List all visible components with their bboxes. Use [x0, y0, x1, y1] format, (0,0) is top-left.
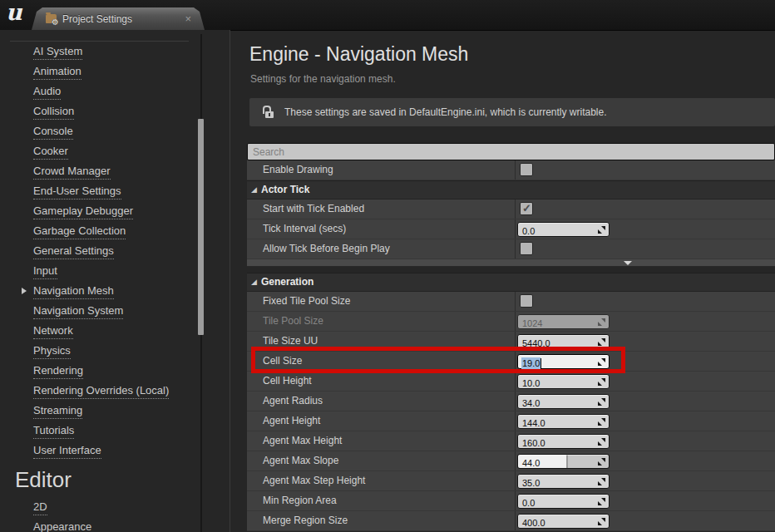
property-label: Allow Tick Before Begin Play	[263, 239, 390, 259]
value-drag-icon[interactable]	[598, 458, 605, 466]
category-label: Actor Tick	[261, 181, 309, 199]
field-value: 35.0	[518, 476, 540, 490]
config-file-notice: These settings are saved in DefaultEngin…	[249, 98, 775, 126]
property-label: Start with Tick Enabled	[263, 200, 364, 219]
value-drag-icon[interactable]	[598, 498, 605, 505]
property-label: Fixed Tile Pool Size	[263, 292, 350, 311]
tab-close-icon[interactable]: ×	[185, 13, 191, 24]
property-value-cell: 35.0	[515, 471, 775, 490]
collapse-arrow-icon[interactable]	[251, 273, 257, 290]
property-value-cell: 400.0	[515, 511, 775, 530]
property-value-cell	[515, 200, 775, 219]
field-value: 160.0	[518, 436, 545, 450]
number-field-agent-max-step-height[interactable]: 35.0	[517, 474, 610, 489]
property-row-fixed-tile-pool-size: Fixed Tile Pool Size	[247, 292, 775, 312]
property-label: Enable Drawing	[263, 160, 333, 180]
project-settings-window: u Project Settings × AI SystemAnimationA…	[0, 0, 775, 532]
annotation-highlight-box	[251, 347, 625, 373]
number-field-tile-pool-size: 1024	[517, 314, 610, 329]
checkbox-enable-drawing[interactable]	[520, 163, 533, 176]
value-drag-icon	[598, 318, 605, 326]
sidebar-item-gameplay-debugger[interactable]: Gameplay Debugger	[0, 201, 198, 221]
value-drag-icon[interactable]	[598, 378, 605, 386]
sidebar-item-ai-system[interactable]: AI System	[0, 42, 198, 62]
number-field-cell-height[interactable]: 10.0	[517, 374, 610, 389]
number-field-agent-max-height[interactable]: 160.0	[517, 434, 610, 449]
field-value: 34.0	[518, 397, 540, 410]
number-field-merge-region-size[interactable]: 400.0	[517, 514, 610, 529]
sidebar-item-rendering[interactable]: Rendering	[0, 361, 198, 381]
sidebar-item-user-interface[interactable]: User Interface	[0, 441, 198, 461]
sidebar-item-physics[interactable]: Physics	[0, 341, 198, 361]
category-label: Generation	[261, 273, 313, 291]
value-drag-icon[interactable]	[598, 438, 605, 446]
value-drag-icon[interactable]	[598, 478, 605, 485]
sidebar-item-input[interactable]: Input	[0, 261, 198, 281]
property-label: Agent Max Height	[263, 431, 342, 451]
sidebar-item-streaming[interactable]: Streaming	[0, 401, 198, 421]
value-drag-icon[interactable]	[598, 398, 605, 406]
sidebar-item-console[interactable]: Console	[0, 121, 198, 141]
number-field-tick-interval-secs[interactable]: 0.0	[517, 222, 610, 237]
sidebar-item-collision[interactable]: Collision	[0, 101, 198, 121]
property-label: Agent Radius	[263, 392, 323, 411]
sidebar-scrollbar-thumb[interactable]	[198, 119, 204, 335]
sidebar-item-appearance[interactable]: Appearance	[0, 517, 198, 532]
notice-text: These settings are saved in DefaultEngin…	[284, 106, 607, 118]
section-gap	[247, 267, 775, 273]
value-drag-icon[interactable]	[598, 226, 605, 234]
sidebar-item-rendering-overrides-local[interactable]: Rendering Overrides (Local)	[0, 381, 198, 401]
property-row-start-with-tick-enabled: Start with Tick Enabled	[247, 200, 775, 219]
sidebar-item-2d[interactable]: 2D	[0, 497, 198, 517]
sidebar-section-editor: Editor	[0, 461, 198, 497]
show-advanced-bar[interactable]	[247, 259, 775, 267]
checkbox-fixed-tile-pool-size[interactable]	[520, 294, 533, 308]
sidebar-item-tutorials[interactable]: Tutorials	[0, 421, 198, 441]
category-row-generation[interactable]: Generation	[247, 273, 775, 292]
number-field-agent-max-slope[interactable]: 44.0	[517, 454, 610, 469]
sidebar-item-crowd-manager[interactable]: Crowd Manager	[0, 161, 198, 181]
property-value-cell	[515, 160, 775, 180]
collapse-arrow-icon[interactable]	[251, 181, 257, 198]
category-row-actor-tick[interactable]: Actor Tick	[247, 180, 775, 200]
property-label: Min Region Area	[263, 491, 337, 510]
sidebar-engine-list: AI SystemAnimationAudioCollisionConsoleC…	[0, 42, 198, 532]
value-drag-icon[interactable]	[598, 518, 605, 525]
settings-sidebar: AI SystemAnimationAudioCollisionConsoleC…	[0, 30, 230, 532]
sidebar-item-navigation-mesh[interactable]: Navigation Mesh	[0, 281, 198, 301]
field-value: 400.0	[518, 516, 545, 530]
property-value-cell: 144.0	[515, 411, 775, 431]
search-input[interactable]	[247, 143, 775, 160]
sidebar-item-end-user-settings[interactable]: End-User Settings	[0, 181, 198, 201]
checkbox-start-with-tick-enabled[interactable]	[520, 202, 533, 215]
project-settings-icon	[46, 14, 57, 23]
sidebar-item-network[interactable]: Network	[0, 321, 198, 341]
property-value-cell: 0.0	[515, 219, 775, 239]
sidebar-item-audio[interactable]: Audio	[0, 81, 198, 101]
property-value-cell: 160.0	[515, 431, 775, 451]
tab-project-settings[interactable]: Project Settings ×	[32, 7, 205, 30]
field-value: 10.0	[518, 377, 540, 390]
property-value-cell: 44.0	[515, 451, 775, 470]
value-drag-icon[interactable]	[598, 338, 605, 346]
value-drag-icon[interactable]	[598, 418, 605, 426]
checkbox-allow-tick-before-begin-play[interactable]	[520, 242, 533, 255]
property-label: Agent Max Slope	[263, 451, 338, 470]
sidebar-item-animation[interactable]: Animation	[0, 62, 198, 81]
property-row-tile-pool-size: Tile Pool Size1024	[247, 312, 775, 332]
sidebar-item-garbage-collection[interactable]: Garbage Collection	[0, 221, 198, 241]
number-field-agent-radius[interactable]: 34.0	[517, 394, 610, 409]
property-row-min-region-area: Min Region Area0.0	[247, 491, 775, 511]
property-row-allow-tick-before-begin-play: Allow Tick Before Begin Play	[247, 239, 775, 259]
page-subtitle: Settings for the navigation mesh.	[250, 73, 396, 85]
number-field-min-region-area[interactable]: 0.0	[517, 494, 610, 509]
sidebar-item-cooker[interactable]: Cooker	[0, 141, 198, 161]
number-field-agent-height[interactable]: 144.0	[517, 414, 610, 429]
sidebar-item-general-settings[interactable]: General Settings	[0, 241, 198, 261]
property-label: Agent Max Step Height	[263, 471, 365, 490]
property-label: Cell Height	[263, 372, 312, 391]
property-row-agent-max-height: Agent Max Height160.0	[247, 431, 775, 451]
panel-separator	[230, 30, 230, 532]
sidebar-item-navigation-system[interactable]: Navigation System	[0, 301, 198, 321]
field-value: 144.0	[518, 416, 545, 430]
